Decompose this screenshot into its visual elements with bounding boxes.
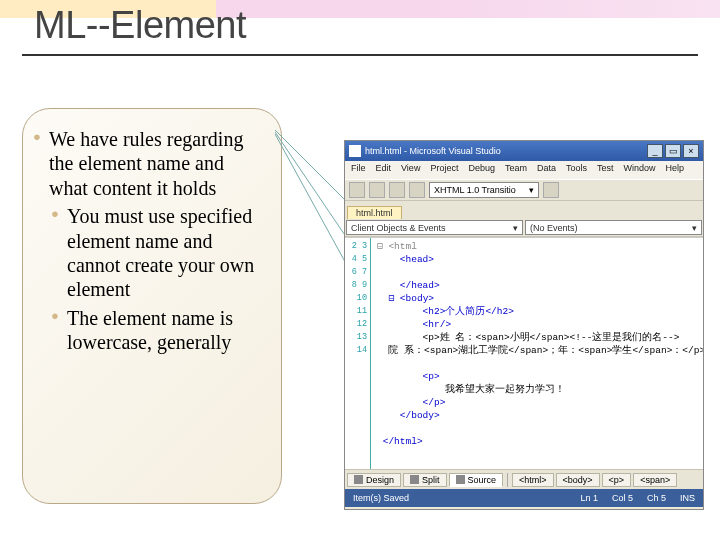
menu-view[interactable]: View [401, 163, 420, 177]
chevron-down-icon: ▾ [692, 223, 697, 233]
tab-source[interactable]: Source [449, 473, 504, 487]
objects-dropdown-value: Client Objects & Events [351, 223, 446, 233]
file-tab[interactable]: html.html [347, 206, 402, 219]
chevron-down-icon: ▾ [529, 185, 534, 195]
status-message: Item(s) Saved [353, 493, 409, 503]
breadcrumb-tag[interactable]: <span> [633, 473, 677, 487]
breadcrumb-tag[interactable]: <html> [512, 473, 554, 487]
menu-debug[interactable]: Debug [468, 163, 495, 177]
page-title: ML--Element [34, 4, 246, 47]
menu-window[interactable]: Window [624, 163, 656, 177]
code-editor[interactable]: 2 3 4 5 6 7 8 9 10 11 12 13 14 ⊟ <html <… [345, 237, 703, 469]
status-line: Ln 1 [580, 493, 598, 503]
tab-split[interactable]: Split [403, 473, 447, 487]
chevron-down-icon: ▾ [513, 223, 518, 233]
main-bullet: We have rules regarding the element name… [49, 127, 265, 200]
svg-line-1 [275, 132, 355, 250]
ide-file-tabs: html.html [345, 201, 703, 219]
content-panel: We have rules regarding the element name… [22, 108, 282, 504]
minimize-button[interactable]: _ [647, 144, 663, 158]
ide-statusbar: Item(s) Saved Ln 1 Col 5 Ch 5 INS [345, 489, 703, 507]
ide-titlebar: html.html - Microsoft Visual Studio _ ▭ … [345, 141, 703, 161]
source-icon [456, 475, 465, 484]
tab-label: Design [366, 475, 394, 485]
menu-test[interactable]: Test [597, 163, 614, 177]
svg-line-0 [275, 130, 355, 210]
doctype-select[interactable]: XHTML 1.0 Transitio ▾ [429, 182, 539, 198]
toolbar-button[interactable] [409, 182, 425, 198]
breadcrumb-tag[interactable]: <p> [602, 473, 632, 487]
divider [507, 473, 508, 487]
line-gutter: 2 3 4 5 6 7 8 9 10 11 12 13 14 [345, 238, 371, 469]
ide-menubar: File Edit View Project Debug Team Data T… [345, 161, 703, 179]
toolbar-button[interactable] [389, 182, 405, 198]
tab-label: Split [422, 475, 440, 485]
events-dropdown-value: (No Events) [530, 223, 578, 233]
title-underline [22, 54, 698, 56]
menu-tools[interactable]: Tools [566, 163, 587, 177]
code-area[interactable]: ⊟ <html <head> </head> ⊟ <body> <h2>个人简历… [371, 238, 703, 469]
app-icon [349, 145, 361, 157]
ide-window: html.html - Microsoft Visual Studio _ ▭ … [344, 140, 704, 510]
menu-edit[interactable]: Edit [376, 163, 392, 177]
status-col: Col 5 [612, 493, 633, 503]
ide-toolbar: XHTML 1.0 Transitio ▾ [345, 179, 703, 201]
menu-team[interactable]: Team [505, 163, 527, 177]
sub-bullet-1: You must use specified element name and … [67, 204, 265, 302]
split-icon [410, 475, 419, 484]
tab-label: Source [468, 475, 497, 485]
ide-member-dropdowns: Client Objects & Events ▾ (No Events) ▾ [345, 219, 703, 237]
objects-dropdown[interactable]: Client Objects & Events ▾ [346, 220, 523, 235]
menu-help[interactable]: Help [666, 163, 685, 177]
events-dropdown[interactable]: (No Events) ▾ [525, 220, 702, 235]
svg-line-2 [275, 134, 355, 280]
menu-data[interactable]: Data [537, 163, 556, 177]
menu-file[interactable]: File [351, 163, 366, 177]
app-title-text: html.html - Microsoft Visual Studio [365, 146, 501, 156]
design-icon [354, 475, 363, 484]
toolbar-button[interactable] [349, 182, 365, 198]
sub-bullet-2: The element name is lowercase, generally [67, 306, 265, 355]
maximize-button[interactable]: ▭ [665, 144, 681, 158]
toolbar-button[interactable] [543, 182, 559, 198]
menu-project[interactable]: Project [430, 163, 458, 177]
tab-design[interactable]: Design [347, 473, 401, 487]
close-button[interactable]: × [683, 144, 699, 158]
ide-view-tabs: Design Split Source <html> <body> <p> <s… [345, 469, 703, 489]
toolbar-button[interactable] [369, 182, 385, 198]
status-ins: INS [680, 493, 695, 503]
doctype-value: XHTML 1.0 Transitio [434, 185, 516, 195]
breadcrumb-tag[interactable]: <body> [556, 473, 600, 487]
status-ch: Ch 5 [647, 493, 666, 503]
